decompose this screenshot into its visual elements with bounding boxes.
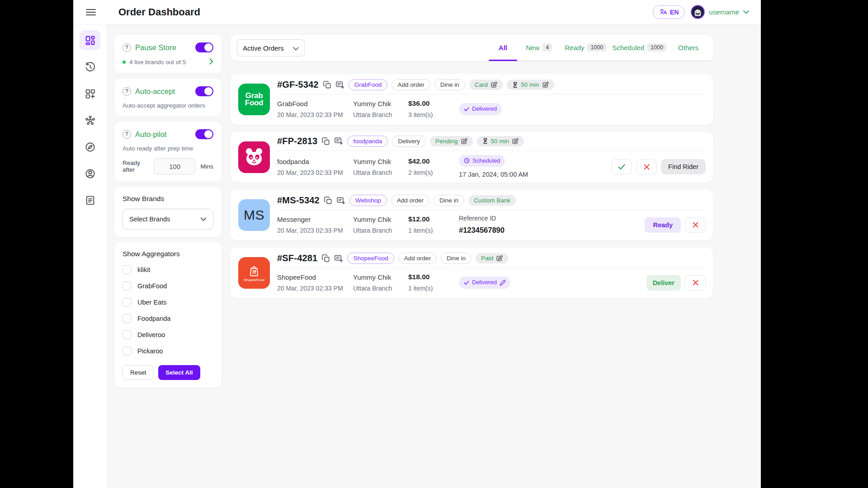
tab-new-count: 4: [542, 43, 552, 52]
order-card-fp-2813: #FP-2813 foodpanda Delivery Pending: [231, 132, 713, 183]
ready-after-label: Ready after: [123, 160, 149, 173]
checkbox[interactable]: [123, 298, 132, 307]
add-note-icon[interactable]: [334, 136, 343, 145]
payment-method-button[interactable]: Card: [469, 80, 503, 90]
ready-button[interactable]: Ready: [645, 217, 681, 233]
select-all-button[interactable]: Select All: [158, 365, 200, 380]
item-count: 1 item(s): [408, 284, 453, 293]
auto-pilot-label: Auto-pilot: [135, 130, 167, 139]
username-label: username: [709, 8, 739, 16]
add-note-icon[interactable]: [336, 196, 345, 205]
brands-select[interactable]: Select Brands: [123, 209, 213, 230]
tab-ready[interactable]: Ready1000: [560, 35, 611, 60]
aggregator-option-pickaroo[interactable]: Pickaroo: [123, 347, 213, 356]
reference-id-value: #1234567890: [459, 225, 505, 235]
order-type-tag: Dine in: [434, 195, 464, 206]
prep-time-button[interactable]: 50 min: [507, 80, 554, 90]
x-icon: [693, 280, 698, 286]
customer-name: Yummy Chik: [353, 272, 408, 282]
nav-add-menu-icon[interactable]: [80, 84, 100, 103]
checkbox[interactable]: [123, 314, 132, 323]
copy-icon[interactable]: [324, 196, 332, 205]
aggregator-option-deliveroo[interactable]: Deliveroo: [123, 330, 213, 339]
checkbox[interactable]: [123, 282, 132, 291]
divider: [277, 210, 706, 210]
user-menu[interactable]: username: [691, 5, 749, 19]
x-icon: [693, 222, 698, 228]
order-id: #GF-5342: [277, 80, 319, 90]
copy-icon[interactable]: [321, 137, 330, 145]
checkbox[interactable]: [123, 265, 132, 274]
aggregator-option-klikit[interactable]: klikit: [123, 265, 213, 274]
accept-order-button[interactable]: [611, 159, 632, 174]
help-icon[interactable]: ?: [123, 43, 131, 52]
nav-discover-icon[interactable]: [80, 137, 100, 157]
aggregator-option-grabfood[interactable]: GrabFood: [123, 282, 213, 291]
aggregator-option-foodpanda[interactable]: Foodpanda: [123, 314, 213, 323]
order-datetime: 20 Mar, 2023 02:33 PM: [277, 226, 353, 235]
nav-reports-icon[interactable]: [80, 190, 100, 210]
pause-store-label: Pause Store: [135, 43, 176, 52]
prep-time-input[interactable]: [154, 158, 195, 174]
reject-order-button[interactable]: [636, 159, 657, 174]
content-area: ? Pause Store 4 live brands out of 5 ? A…: [107, 24, 761, 488]
nav-order-history-icon[interactable]: [80, 57, 100, 77]
channel-tag: Webshop: [349, 195, 387, 206]
payment-status-button[interactable]: Paid: [476, 253, 508, 263]
pause-store-card: ? Pause Store 4 live brands out of 5: [114, 35, 222, 74]
help-icon[interactable]: ?: [123, 87, 131, 96]
tab-all[interactable]: All: [488, 35, 518, 60]
checkbox[interactable]: [123, 347, 132, 356]
language-selector[interactable]: EN: [653, 5, 685, 19]
add-order-button[interactable]: Add order: [398, 253, 437, 264]
auto-pilot-toggle[interactable]: [195, 129, 213, 139]
add-note-icon[interactable]: [335, 80, 344, 89]
pause-store-toggle[interactable]: [195, 42, 213, 52]
grabfood-logo: GrabFood: [238, 84, 270, 115]
add-order-button[interactable]: Add order: [392, 79, 430, 90]
customer-name: Yummy Chik: [353, 157, 408, 166]
hourglass-icon: [482, 138, 488, 144]
check-icon: [618, 164, 625, 170]
cancel-order-button[interactable]: [685, 217, 706, 233]
tab-new[interactable]: New4: [518, 35, 560, 60]
live-dot: [123, 61, 126, 64]
nav-dashboard-icon[interactable]: [80, 30, 100, 50]
chevron-down-icon: [200, 216, 207, 223]
chevron-right-icon[interactable]: [209, 58, 213, 66]
topbar-right: EN username: [653, 5, 749, 19]
nav-integrations-icon[interactable]: [80, 110, 100, 130]
find-rider-button[interactable]: Find Rider: [661, 159, 706, 174]
nav-account-icon[interactable]: [80, 164, 100, 183]
payment-status-button[interactable]: Pending: [430, 136, 473, 146]
status-badge[interactable]: Delivered: [459, 277, 510, 288]
cancel-order-button[interactable]: [685, 275, 706, 291]
help-icon[interactable]: ?: [123, 130, 131, 139]
order-view-select[interactable]: Active Orders: [237, 39, 305, 56]
hamburger-menu-icon[interactable]: [86, 9, 96, 15]
tab-others[interactable]: Others: [667, 35, 709, 60]
order-tabs: All New4 Ready1000 Scheduled1000 Others: [488, 35, 709, 61]
copy-icon[interactable]: [323, 80, 331, 89]
order-id: #SF-4281: [277, 253, 317, 263]
channel-tag: foodpanda: [347, 136, 388, 147]
status-badge: Delivered: [459, 103, 502, 115]
item-count: 2 item(s): [408, 169, 453, 178]
aggregator-option-ubereats[interactable]: Uber Eats: [123, 298, 213, 307]
tab-scheduled[interactable]: Scheduled1000: [611, 35, 667, 60]
add-order-button[interactable]: Add order: [391, 195, 429, 206]
order-type-tag: Dine in: [441, 253, 472, 264]
deliver-button[interactable]: Deliver: [646, 275, 681, 291]
add-note-icon[interactable]: [334, 254, 343, 263]
prep-time-button[interactable]: 50 min: [477, 136, 524, 146]
auto-accept-toggle[interactable]: [195, 86, 213, 96]
edit-icon: [542, 81, 549, 88]
copy-icon[interactable]: [321, 254, 330, 263]
checkbox[interactable]: [123, 330, 132, 339]
reset-button[interactable]: Reset: [123, 365, 154, 380]
order-card-sf-4281: ShopeeFood #SF-4281 ShopeeFood Add order: [231, 248, 713, 298]
order-amount: $42.00: [408, 156, 453, 166]
auto-pilot-description: Auto ready after prep time: [123, 145, 213, 152]
foodpanda-logo: [238, 141, 270, 173]
divider: [277, 150, 706, 151]
